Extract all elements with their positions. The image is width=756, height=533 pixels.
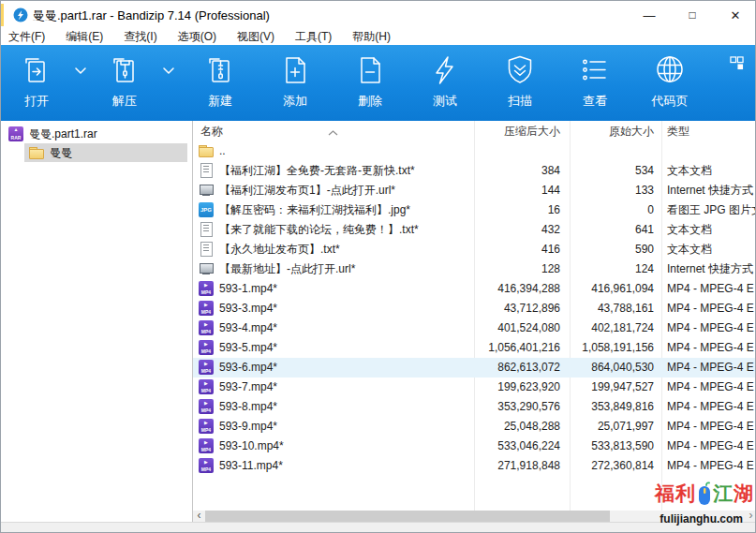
table-row[interactable]: 【最新地址】-点此打开.url* 128 124 Internet 快捷方式 xyxy=(193,259,756,279)
extract-dropdown-chevron[interactable] xyxy=(155,45,183,96)
extract-button[interactable]: 解压 xyxy=(95,45,155,121)
table-row[interactable]: 【来了就能下载的论坛，纯免费！】.txt* 432 641 文本文档 xyxy=(193,220,756,240)
file-type-icon xyxy=(199,183,214,198)
menu-file[interactable]: 文件(F) xyxy=(8,29,55,45)
original-size-cell: 133 xyxy=(570,181,661,200)
file-type-cell: Internet 快捷方式 xyxy=(661,259,756,279)
add-files-button[interactable]: 添加 xyxy=(258,45,333,121)
tree-item-folder-selected[interactable]: 曼曼 xyxy=(1,143,192,162)
file-rows: .. 【福利江湖】全免费-无套路-更新快.txt* 384 534 文本文档 xyxy=(193,141,756,476)
file-type-icon xyxy=(199,340,214,355)
packed-size-cell: 128 xyxy=(474,259,570,279)
table-row[interactable]: 593-3.mp4* 43,712,896 43,788,161 MP4 - M… xyxy=(193,299,756,318)
column-header-type[interactable]: 类型 xyxy=(661,121,756,141)
new-archive-label: 新建 xyxy=(208,93,232,110)
file-name-cell: 593-11.mp4* xyxy=(219,456,474,476)
title-bar[interactable]: 曼曼.part1.rar - Bandizip 7.14 (Profession… xyxy=(1,1,756,29)
table-row[interactable]: 【福利江湖发布页1】-点此打开.url* 144 133 Internet 快捷… xyxy=(193,181,756,200)
maximize-button[interactable]: □ xyxy=(671,1,714,29)
column-header-original[interactable]: 原始大小 xyxy=(570,121,661,141)
file-type-cell xyxy=(661,141,756,161)
original-size-cell xyxy=(570,141,661,161)
file-type-icon xyxy=(199,419,214,434)
menu-options[interactable]: 选项(O) xyxy=(168,29,227,45)
tree-root-label: 曼曼.part1.rar xyxy=(29,126,97,142)
file-type-cell: MP4 - MPEG-4 E xyxy=(661,417,756,437)
table-row[interactable]: 593-11.mp4* 271,918,848 272,360,814 MP4 … xyxy=(193,456,756,476)
menu-tools[interactable]: 工具(T) xyxy=(285,29,342,45)
file-type-cell: MP4 - MPEG-4 E xyxy=(661,318,756,338)
sort-ascending-icon xyxy=(328,122,338,142)
file-type-cell: MP4 - MPEG-4 E xyxy=(661,338,756,358)
menu-edit[interactable]: 编辑(E) xyxy=(55,29,113,45)
table-row[interactable]: 【解压密码：来福利江湖找福利】.jpg* 16 0 看图王 JPG 图片文件 xyxy=(193,200,756,220)
table-row[interactable]: 593-7.mp4* 199,623,920 199,947,527 MP4 -… xyxy=(193,378,756,397)
file-name-cell: 【永久地址发布页】.txt* xyxy=(219,240,474,259)
file-name-cell: .. xyxy=(219,141,474,161)
close-button[interactable]: ✕ xyxy=(714,1,756,29)
file-name-cell: 593-1.mp4* xyxy=(219,279,474,299)
file-type-icon xyxy=(199,281,214,296)
original-size-cell: 43,788,161 xyxy=(570,299,661,318)
file-type-cell: 文本文档 xyxy=(661,220,756,240)
table-row[interactable]: 593-8.mp4* 353,290,576 353,849,816 MP4 -… xyxy=(193,397,756,417)
file-name-cell: 593-7.mp4* xyxy=(219,378,474,397)
new-archive-icon xyxy=(203,53,237,87)
codepage-button[interactable]: 代码页 xyxy=(632,45,707,121)
mouse-icon xyxy=(697,481,712,506)
table-row[interactable]: 593-1.mp4* 416,394,288 416,961,094 MP4 -… xyxy=(193,279,756,299)
original-size-cell: 272,360,814 xyxy=(570,456,661,476)
file-type-cell: 文本文档 xyxy=(661,240,756,259)
packed-size-cell: 533,046,224 xyxy=(474,437,570,456)
packed-size-cell: 43,712,896 xyxy=(474,299,570,318)
virus-scan-button[interactable]: 扫描 xyxy=(482,45,557,121)
menu-view[interactable]: 视图(V) xyxy=(227,29,285,45)
layout-toggle-icon[interactable] xyxy=(730,56,744,70)
test-archive-label: 测试 xyxy=(433,93,457,110)
file-name-cell: 593-10.mp4* xyxy=(219,437,474,456)
packed-size-cell: 25,048,288 xyxy=(474,417,570,437)
view-file-button[interactable]: 查看 xyxy=(557,45,632,121)
file-type-icon xyxy=(199,261,214,276)
original-size-cell: 199,947,527 xyxy=(570,378,661,397)
table-row[interactable]: 【永久地址发布页】.txt* 416 590 文本文档 xyxy=(193,240,756,259)
open-dropdown-chevron[interactable] xyxy=(67,45,95,96)
table-row[interactable]: 593-6.mp4* 862,613,072 864,040,530 MP4 -… xyxy=(193,358,756,378)
file-type-cell: MP4 - MPEG-4 E xyxy=(661,437,756,456)
open-button[interactable]: 打开 xyxy=(7,45,67,121)
file-type-icon xyxy=(199,242,214,257)
new-archive-button[interactable]: 新建 xyxy=(183,45,258,121)
file-type-cell: MP4 - MPEG-4 E xyxy=(661,299,756,318)
view-file-icon xyxy=(578,53,612,87)
table-row[interactable]: 593-5.mp4* 1,056,401,216 1,058,191,156 M… xyxy=(193,338,756,358)
file-type-cell: MP4 - MPEG-4 E xyxy=(661,397,756,417)
packed-size-cell: 384 xyxy=(474,161,570,181)
test-archive-button[interactable]: 测试 xyxy=(408,45,482,121)
menu-help[interactable]: 帮助(H) xyxy=(342,29,401,45)
virus-scan-icon xyxy=(503,53,537,87)
table-row[interactable]: 【福利江湖】全免费-无套路-更新快.txt* 384 534 文本文档 xyxy=(193,161,756,181)
file-name-cell: 593-4.mp4* xyxy=(219,318,474,338)
scroll-right-arrow-icon[interactable]: › xyxy=(745,511,756,522)
table-row[interactable]: 593-4.mp4* 401,524,080 402,181,724 MP4 -… xyxy=(193,318,756,338)
file-list-panel: 名称 压缩后大小 原始大小 类型 .. xyxy=(193,121,756,522)
table-row[interactable]: 593-10.mp4* 533,046,224 533,813,590 MP4 … xyxy=(193,437,756,456)
minimize-button[interactable]: — xyxy=(628,1,671,29)
scrollbar-thumb[interactable] xyxy=(205,511,610,522)
file-type-icon xyxy=(199,202,214,217)
delete-files-label: 删除 xyxy=(358,93,382,110)
packed-size-cell: 144 xyxy=(474,181,570,200)
watermark-site-url: fulijianghu.com xyxy=(660,512,743,526)
column-header-packed[interactable]: 压缩后大小 xyxy=(474,121,570,141)
table-row[interactable]: 593-9.mp4* 25,048,288 25,071,997 MP4 - M… xyxy=(193,417,756,437)
scroll-left-arrow-icon[interactable]: ‹ xyxy=(193,511,205,522)
file-type-cell: Internet 快捷方式 xyxy=(661,181,756,200)
table-row[interactable]: .. xyxy=(193,141,756,161)
delete-files-button[interactable]: 删除 xyxy=(333,45,408,121)
file-name-cell: 593-8.mp4* xyxy=(219,397,474,417)
tree-item-archive-root[interactable]: 曼曼.part1.rar xyxy=(1,125,192,143)
toolbar: 打开 解压 新建 xyxy=(1,45,756,121)
file-name-cell: 593-3.mp4* xyxy=(219,299,474,318)
rar-archive-icon xyxy=(8,126,23,141)
menu-find[interactable]: 查找(I) xyxy=(113,29,167,45)
